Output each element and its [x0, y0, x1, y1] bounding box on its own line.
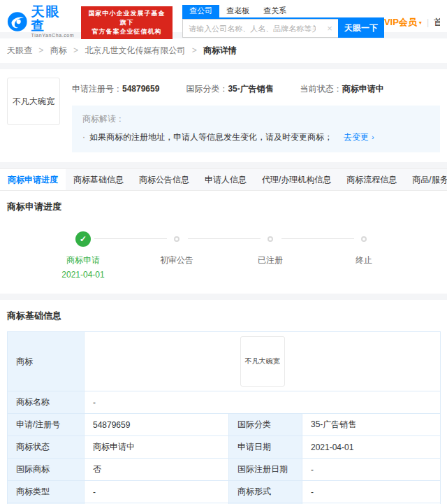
detail-tabbar: 商标申请进度 商标基础信息 商标公告信息 申请人信息 代理/办理机构信息 商标流…: [0, 168, 447, 191]
tab-goods-services[interactable]: 商品/服务项目: [404, 169, 447, 190]
basic-info-section: 商标基础信息 商标 不凡大碗宽 商标名称 - 申请/注册号 54879659 国…: [0, 300, 447, 504]
top-header: 天眼查 TianYanCha.com 国家中小企业发展子基金旗下 官方备案企业征…: [0, 0, 447, 32]
progress-section-title: 商标申请进度: [7, 201, 440, 213]
logo-domain: TianYanCha.com: [31, 33, 75, 38]
search-button[interactable]: 天眼一下: [338, 19, 384, 38]
field-value: 商标申请中: [342, 84, 384, 94]
row-label: 商标名称: [8, 391, 85, 414]
trademark-image[interactable]: 不凡大碗宽: [7, 78, 60, 125]
certification-badge: 国家中小企业发展子基金旗下 官方备案企业征信机构: [81, 6, 173, 39]
table-row: 商标 不凡大碗宽: [8, 332, 441, 391]
table-row: 商标名称 -: [8, 391, 441, 414]
step-date: 2021-04-01: [36, 270, 130, 280]
tab-agency-info[interactable]: 代理/办理机构信息: [254, 169, 339, 190]
progress-section: 商标申请进度 ✓ 商标申请 2021-04-01 初审公告 已注册 终止: [0, 191, 447, 294]
tianyancha-logo[interactable]: 天眼查 TianYanCha.com: [7, 5, 75, 38]
row-label: 商标形式: [229, 481, 302, 503]
divider: [0, 63, 447, 69]
go-change-link[interactable]: 去变更›: [344, 132, 374, 142]
row-label: 国际商标: [8, 459, 85, 481]
breadcrumb-current: 商标详情: [203, 45, 237, 55]
basic-info-title: 商标基础信息: [7, 310, 440, 322]
summary-fields: 申请注册号：54879659 国际分类：35-广告销售 当前状态：商标申请中: [72, 83, 440, 95]
step-label: 商标申请: [36, 254, 130, 266]
pending-dot-icon: [174, 236, 179, 242]
breadcrumb: 天眼查 > 商标 > 北京凡世文化传媒有限公司 > 商标详情: [0, 38, 447, 63]
field-label: 当前状态：: [300, 84, 342, 94]
step-terminated: 终止: [317, 231, 411, 280]
pending-dot-icon: [361, 236, 367, 242]
step-preliminary-gazette: 初审公告: [130, 231, 224, 280]
bullet-icon: ·: [82, 132, 85, 142]
interpretation-line: ·如果商标的注册地址，申请人等信息发生变化，请及时变更商标；去变更›: [82, 131, 430, 143]
tab-progress[interactable]: 商标申请进度: [0, 169, 66, 190]
logo-text: 天眼查: [31, 5, 75, 33]
field-current-status: 当前状态：商标申请中: [300, 83, 384, 95]
step-application: ✓ 商标申请 2021-04-01: [36, 231, 130, 280]
row-label: 申请日期: [229, 436, 302, 459]
row-value: -: [85, 481, 229, 503]
interpretation-title: 商标解读：: [82, 113, 430, 125]
trademark-summary: 不凡大碗宽 申请注册号：54879659 国际分类：35-广告销售 当前状态：商…: [0, 69, 447, 162]
summary-right: 申请注册号：54879659 国际分类：35-广告销售 当前状态：商标申请中 商…: [72, 78, 440, 152]
vip-member-link[interactable]: VIP会员: [384, 16, 417, 29]
search-input-wrap: ×: [182, 19, 338, 38]
caret-down-icon[interactable]: ▾: [419, 20, 422, 26]
search-tab-relation[interactable]: 查关系: [256, 5, 293, 17]
trademark-interpretation-box: 商标解读： ·如果商标的注册地址，申请人等信息发生变化，请及时变更商标；去变更›: [72, 106, 440, 152]
table-row: 商标状态 商标申请中 申请日期 2021-04-01: [8, 436, 441, 459]
row-value: 商标申请中: [85, 436, 229, 459]
field-label: 国际分类：: [186, 84, 228, 94]
header-right: VIP会员 ▾ | 首: [384, 16, 440, 29]
divider: [0, 294, 447, 300]
step-label: 已注册: [224, 254, 317, 266]
divider: [0, 162, 447, 168]
breadcrumb-company[interactable]: 北京凡世文化传媒有限公司: [85, 45, 185, 55]
tab-gazette-info[interactable]: 商标公告信息: [131, 169, 197, 190]
search-row: × 天眼一下: [182, 19, 384, 38]
check-icon: ✓: [75, 231, 91, 247]
tab-basic-info[interactable]: 商标基础信息: [66, 169, 131, 190]
field-value: 35-广告销售: [228, 84, 273, 94]
row-value: -: [302, 481, 441, 503]
search-block: 查公司 查老板 查关系 × 天眼一下: [182, 5, 384, 38]
row-value: 2021-04-01: [302, 436, 441, 459]
search-tab-boss[interactable]: 查老板: [219, 5, 256, 17]
search-tabs: 查公司 查老板 查关系: [182, 5, 384, 19]
row-value: 否: [85, 459, 229, 481]
row-label: 申请/注册号: [8, 414, 85, 436]
header-separator: |: [427, 17, 429, 27]
row-label: 国际分类: [229, 414, 302, 436]
field-label: 申请注册号：: [72, 84, 122, 94]
clear-icon[interactable]: ×: [321, 23, 338, 34]
search-tab-company[interactable]: 查公司: [182, 5, 219, 17]
pending-dot-icon: [268, 236, 273, 242]
step-registered: 已注册: [224, 231, 317, 280]
interpretation-text: 如果商标的注册地址，申请人等信息发生变化，请及时变更商标；: [89, 132, 332, 142]
table-row: 申请/注册号 54879659 国际分类 35-广告销售: [8, 414, 441, 436]
table-row: 国际商标 否 国际注册日期 -: [8, 459, 441, 481]
progress-stepper: ✓ 商标申请 2021-04-01 初审公告 已注册 终止: [7, 231, 440, 280]
row-label: 商标状态: [8, 436, 85, 459]
logo-eye-icon: [7, 11, 28, 32]
row-value: -: [302, 459, 441, 481]
basic-info-table: 商标 不凡大碗宽 商标名称 - 申请/注册号 54879659 国际分类 35-…: [7, 331, 441, 504]
field-international-class: 国际分类：35-广告销售: [186, 83, 273, 95]
breadcrumb-trademark[interactable]: 商标: [50, 45, 67, 55]
tab-applicant-info[interactable]: 申请人信息: [197, 169, 254, 190]
row-label: 国际注册日期: [229, 459, 302, 481]
row-value: -: [85, 391, 441, 414]
breadcrumb-separator: >: [73, 45, 78, 55]
field-value: 54879659: [122, 84, 159, 94]
field-registration-number: 申请注册号：54879659: [72, 83, 159, 95]
row-label: 商标类型: [8, 481, 85, 503]
breadcrumb-home[interactable]: 天眼查: [7, 45, 32, 55]
row-value: 54879659: [85, 414, 229, 436]
tab-process-info[interactable]: 商标流程信息: [339, 169, 404, 190]
trademark-image-thumbnail[interactable]: 不凡大碗宽: [240, 336, 285, 387]
row-value: 35-广告销售: [302, 414, 441, 436]
breadcrumb-separator: >: [192, 45, 197, 55]
search-input[interactable]: [183, 24, 321, 33]
nav-home-partial[interactable]: 首: [434, 16, 440, 29]
breadcrumb-separator: >: [38, 45, 43, 55]
